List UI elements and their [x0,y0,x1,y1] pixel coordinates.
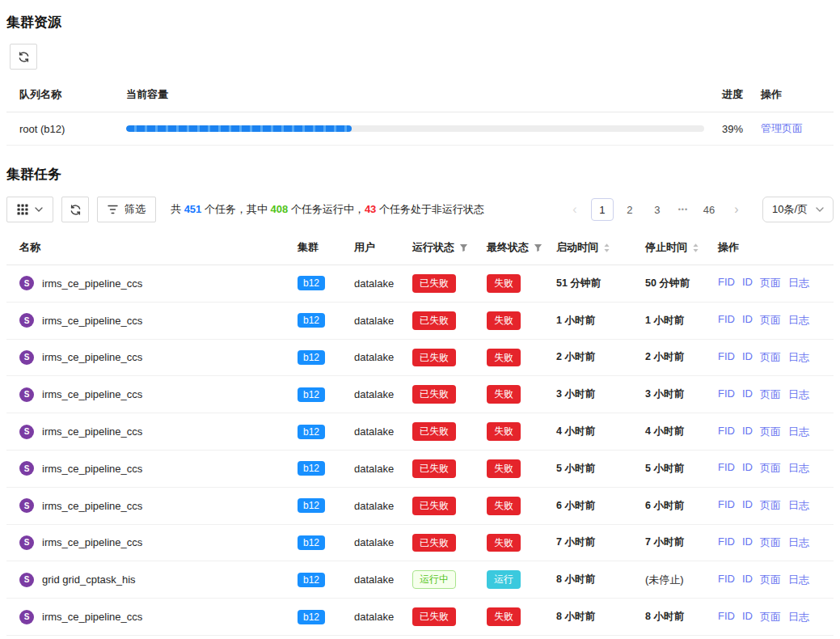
row-action-log[interactable]: 日志 [788,387,809,402]
row-action-page[interactable]: 页面 [760,498,781,513]
row-action-id[interactable]: ID [742,387,753,402]
row-action-id[interactable]: ID [742,425,753,439]
pager-next[interactable]: › [725,198,748,221]
row-action-log[interactable]: 日志 [788,276,809,290]
start-time: 2 小时前 [556,351,595,362]
refresh-icon [18,51,30,63]
cluster-badge: b12 [298,610,325,624]
filter-funnel-icon[interactable] [534,243,542,252]
row-action-page[interactable]: 页面 [760,313,781,328]
task-row: S irms_ce_pipeline_ccs b12 datalake 已失败 … [6,450,834,487]
row-action-fid[interactable]: FID [718,276,735,290]
row-action-id[interactable]: ID [742,573,753,587]
run-status-badge: 已失败 [412,459,456,478]
row-action-fid[interactable]: FID [718,313,735,328]
row-action-fid[interactable]: FID [718,387,735,402]
run-status-badge: 已失败 [412,534,456,552]
row-action-fid[interactable]: FID [718,610,735,624]
stop-time: 2 小时前 [645,351,684,362]
row-action-log[interactable]: 日志 [788,535,809,550]
final-status-badge: 失败 [487,534,521,552]
col-stop-time[interactable]: 停止时间 [639,231,711,265]
start-time: 5 小时前 [556,463,595,474]
row-action-log[interactable]: 日志 [788,498,809,513]
row-action-id[interactable]: ID [742,276,753,290]
row-action-id[interactable]: ID [742,350,753,365]
col-task-actions: 操作 [711,231,834,265]
filter-button[interactable]: 筛选 [97,197,156,222]
cluster-badge: b12 [298,535,325,550]
row-action-fid[interactable]: FID [718,425,735,439]
col-final-status-label: 最终状态 [487,240,529,255]
row-action-id[interactable]: ID [742,498,753,513]
task-avatar: S [19,313,34,328]
task-row-actions: FIDID页面日志 [718,461,827,476]
row-action-page[interactable]: 页面 [760,425,781,439]
tasks-refresh-button[interactable] [61,197,89,222]
col-start-time[interactable]: 启动时间 [550,231,639,265]
row-action-page[interactable]: 页面 [760,387,781,402]
row-action-fid[interactable]: FID [718,573,735,587]
row-action-fid[interactable]: FID [718,461,735,476]
row-action-log[interactable]: 日志 [788,350,809,365]
summary-text: 个任务，其中 [201,203,270,215]
pager-page-46[interactable]: 46 [698,198,720,221]
final-status-badge: 失败 [487,497,521,515]
queue-progress-fill [126,125,352,132]
page-size-select[interactable]: 10条/页 [762,197,834,222]
resources-refresh-button[interactable] [10,44,37,70]
row-action-page[interactable]: 页面 [760,350,781,365]
stop-time: 6 小时前 [645,500,684,511]
sort-icon[interactable] [692,243,699,253]
row-action-log[interactable]: 日志 [788,610,809,624]
row-action-id[interactable]: ID [742,610,753,624]
pager-page-3[interactable]: 3 [646,198,669,221]
resource-row: root (b12) 39% 管理页面 [6,112,834,146]
task-row: S irms_ce_pipeline_ccs b12 datalake 已失败 … [6,265,834,303]
start-time: 8 小时前 [556,611,595,622]
column-settings-button[interactable] [6,197,53,222]
task-user: datalake [354,463,394,475]
row-action-page[interactable]: 页面 [760,573,781,587]
row-action-page[interactable]: 页面 [760,461,781,476]
task-avatar: S [19,425,34,439]
filter-funnel-icon[interactable] [459,243,468,252]
run-status-badge: 已失败 [412,385,456,404]
summary-total-count: 451 [184,203,202,215]
final-status-badge: 失败 [487,349,521,367]
queue-progress-value: 39% [715,112,754,146]
manage-page-link[interactable]: 管理页面 [761,122,803,134]
row-action-fid[interactable]: FID [718,535,735,550]
row-action-id[interactable]: ID [742,535,753,550]
col-run-status-label: 运行状态 [412,240,454,255]
pager-page-1[interactable]: 1 [591,198,614,221]
task-user: datalake [354,611,394,623]
row-action-id[interactable]: ID [742,313,753,328]
start-time: 3 小时前 [556,388,595,400]
row-action-fid[interactable]: FID [718,350,735,365]
row-action-log[interactable]: 日志 [788,425,809,439]
start-time: 6 小时前 [556,500,595,511]
task-name: irms_ce_pipeline_ccs [42,536,142,548]
row-action-log[interactable]: 日志 [788,313,809,328]
cluster-badge: b12 [298,425,325,439]
task-row-actions: FIDID页面日志 [718,610,827,624]
pager-prev[interactable]: ‹ [564,198,586,221]
row-action-id[interactable]: ID [742,461,753,476]
col-resource-actions: 操作 [754,78,834,112]
pager-ellipsis[interactable]: ••• [673,198,693,221]
row-action-log[interactable]: 日志 [788,461,809,476]
stop-time: 50 分钟前 [645,277,690,289]
row-action-page[interactable]: 页面 [760,535,781,550]
row-action-fid[interactable]: FID [718,498,735,513]
row-action-page[interactable]: 页面 [760,610,781,624]
pager-page-2[interactable]: 2 [618,198,641,221]
row-action-log[interactable]: 日志 [788,573,809,587]
resources-table: 队列名称 当前容量 进度 操作 root (b12) 39% 管理页面 [6,78,834,146]
sort-icon[interactable] [603,243,610,253]
page: 集群资源 队列名称 当前容量 进度 操作 root (b12) [0,0,840,639]
row-action-page[interactable]: 页面 [760,276,781,290]
cluster-badge: b12 [298,387,325,402]
tasks-header-row: 名称 集群 用户 运行状态 最终状态 [6,231,834,265]
task-name: irms_ce_pipeline_ccs [42,425,142,438]
